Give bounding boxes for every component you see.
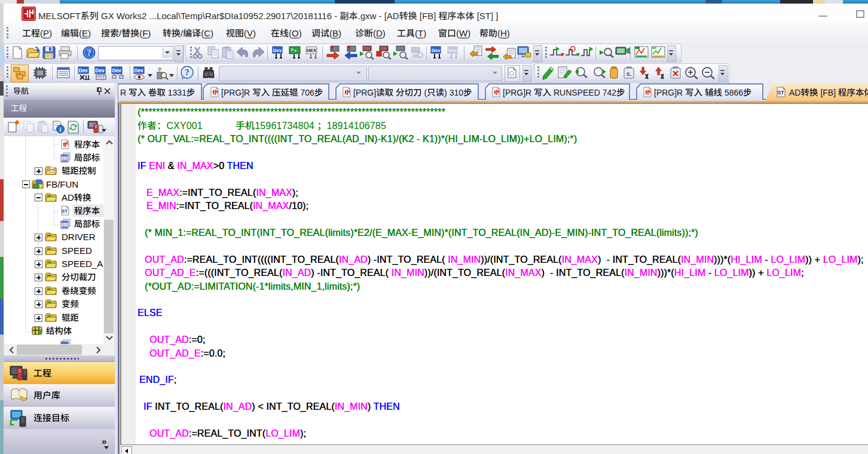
svg-text:[PRG]: [PRG]	[353, 88, 376, 97]
svg-text:MELSOFT: MELSOFT	[38, 11, 81, 21]
svg-text:Dev: Dev	[273, 48, 282, 53]
svg-text:GX Works2 ...Local\Temp\Rar$DI: GX Works2 ...Local\Temp\Rar$DIa10952.290…	[99, 11, 340, 21]
svg-text:Dev: Dev	[448, 48, 457, 53]
svg-text:/: /	[119, 28, 122, 38]
svg-text:706: 706	[298, 88, 314, 97]
svg-text:AD: AD	[62, 192, 74, 203]
svg-text:18914106785: 18914106785	[327, 121, 386, 131]
svg-text:(H): (H)	[497, 28, 510, 38]
svg-text:(V): (V)	[244, 28, 256, 38]
svg-text:[FB]: [FB]	[417, 11, 439, 21]
svg-text:RUNSPEED 742: RUNSPEED 742	[551, 88, 616, 97]
svg-text:Dev: Dev	[78, 68, 88, 73]
svg-text:[PRG]R: [PRG]R	[221, 88, 252, 97]
svg-text:(: (	[422, 88, 427, 97]
svg-text:IL: IL	[626, 71, 632, 77]
svg-text:Dev: Dev	[112, 68, 121, 73]
svg-text:) 310: ) 310	[444, 88, 463, 97]
svg-text:(P): (P)	[40, 28, 52, 38]
svg-text:ST: ST	[777, 90, 784, 96]
svg-text:(T): (T)	[415, 28, 426, 38]
svg-text:(W): (W)	[456, 28, 470, 38]
svg-text:[PRG]R: [PRG]R	[503, 88, 534, 97]
svg-text:Dev: Dev	[95, 68, 105, 73]
svg-text:15961734804: 15961734804	[255, 121, 317, 131]
svg-text:AD: AD	[789, 88, 800, 97]
svg-text:(E): (E)	[79, 28, 91, 38]
svg-text:ST: ST	[62, 208, 68, 214]
svg-text:(C): (C)	[201, 28, 213, 38]
svg-text:Dev: Dev	[134, 68, 143, 73]
svg-text:Dev: Dev	[432, 48, 441, 53]
svg-text:HEX: HEX	[307, 48, 317, 53]
svg-text:[PRG]R: [PRG]R	[654, 88, 685, 97]
svg-text:(O): (O)	[289, 28, 302, 38]
svg-text:[ST] ]: [ST] ]	[475, 11, 499, 21]
svg-text:i: i	[60, 126, 62, 133]
svg-text:[FB]: [FB]	[818, 88, 838, 97]
svg-text:.gxw - [AD: .gxw - [AD	[358, 11, 399, 21]
svg-text:5866: 5866	[722, 88, 743, 97]
svg-text:1331: 1331	[166, 88, 187, 97]
svg-text:?: ?	[185, 68, 190, 77]
svg-text:R: R	[120, 88, 129, 97]
svg-text:/: /	[181, 28, 184, 38]
svg-text:(D): (D)	[373, 28, 386, 38]
svg-text:(B): (B)	[329, 28, 341, 38]
svg-text:?: ?	[87, 48, 91, 57]
svg-text:(F): (F)	[139, 28, 151, 38]
svg-text:CXY001: CXY001	[166, 121, 235, 131]
